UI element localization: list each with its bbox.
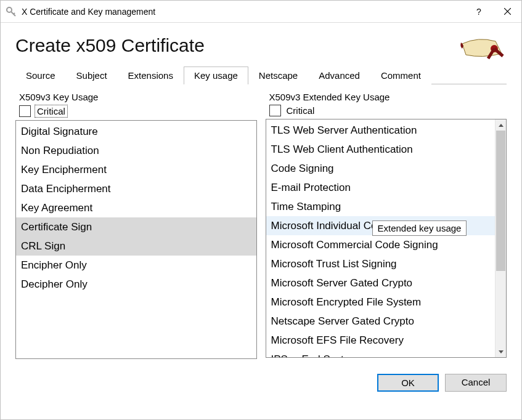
titlebar: X Certificate and Key management ? xyxy=(1,1,521,23)
help-button[interactable]: ? xyxy=(465,1,493,22)
cancel-button[interactable]: Cancel xyxy=(445,374,507,392)
list-item[interactable]: Key Agreement xyxy=(16,198,256,217)
list-item[interactable]: Time Stamping xyxy=(266,197,495,216)
list-item[interactable]: Netscape Server Gated Crypto xyxy=(266,312,495,331)
list-item[interactable]: IPSec End System xyxy=(266,350,495,357)
window-title: X Certificate and Key management xyxy=(22,7,465,17)
scroll-down-icon[interactable] xyxy=(495,346,506,357)
list-item[interactable]: Microsoft EFS File Recovery xyxy=(266,331,495,350)
extended-key-usage-listbox[interactable]: TLS Web Server AuthenticationTLS Web Cli… xyxy=(266,119,507,358)
extended-key-usage-critical-checkbox[interactable] xyxy=(269,105,281,116)
list-item[interactable]: Code Signing xyxy=(266,159,495,178)
list-item[interactable]: Key Encipherment xyxy=(16,160,256,179)
list-item[interactable]: Certificate Sign xyxy=(16,217,256,236)
svg-point-0 xyxy=(7,7,12,12)
list-item[interactable]: Microsoft Trust List Signing xyxy=(266,254,495,273)
ok-button[interactable]: OK xyxy=(377,374,439,392)
app-logo xyxy=(457,35,507,60)
svg-line-2 xyxy=(14,13,15,14)
list-item[interactable]: E-mail Protection xyxy=(266,178,495,197)
extended-key-usage-panel: X509v3 Extended Key Usage Critical TLS W… xyxy=(266,91,507,359)
window-controls: ? xyxy=(465,1,521,22)
tab-key-usage[interactable]: Key usage xyxy=(184,67,248,84)
list-item[interactable]: Microsoft Server Gated Crypto xyxy=(266,273,495,293)
list-item[interactable]: TLS Web Server Authentication xyxy=(266,121,495,140)
tab-source[interactable]: Source xyxy=(15,67,66,84)
key-usage-critical-checkbox[interactable] xyxy=(19,105,31,117)
list-item[interactable]: Non Repudiation xyxy=(16,141,256,160)
list-item[interactable]: Encipher Only xyxy=(16,256,256,275)
tab-bar: SourceSubjectExtensionsKey usageNetscape… xyxy=(15,66,507,84)
scroll-thumb[interactable] xyxy=(496,131,505,271)
list-item[interactable]: CRL Sign xyxy=(16,236,256,256)
key-usage-listbox[interactable]: Digital SignatureNon RepudiationKey Enci… xyxy=(15,120,257,359)
list-item[interactable]: Digital Signature xyxy=(16,122,256,141)
tooltip: Extended key usage xyxy=(372,220,467,236)
page-heading: Create x509 Certificate xyxy=(15,35,205,56)
key-usage-critical-label[interactable]: Critical xyxy=(35,105,68,118)
list-item[interactable]: Data Encipherment xyxy=(16,179,256,198)
list-item[interactable]: Microsoft Commercial Code Signing xyxy=(266,235,495,254)
extended-key-usage-title: X509v3 Extended Key Usage xyxy=(266,91,507,105)
list-item[interactable]: TLS Web Client Authentication xyxy=(266,140,495,159)
app-key-icon xyxy=(6,6,17,17)
key-usage-panel: X509v3 Key Usage Critical Digital Signat… xyxy=(15,91,257,359)
scroll-track[interactable] xyxy=(495,131,506,346)
scroll-up-icon[interactable] xyxy=(495,119,506,131)
tab-subject[interactable]: Subject xyxy=(66,67,118,84)
tab-comment[interactable]: Comment xyxy=(370,67,431,84)
key-usage-title: X509v3 Key Usage xyxy=(15,91,257,105)
scrollbar[interactable] xyxy=(495,119,506,357)
list-item[interactable]: Microsoft Encrypted File System xyxy=(266,293,495,312)
extended-key-usage-critical-label[interactable]: Critical xyxy=(285,105,317,116)
list-item[interactable]: Decipher Only xyxy=(16,275,256,294)
tab-netscape[interactable]: Netscape xyxy=(248,67,308,84)
tab-extensions[interactable]: Extensions xyxy=(118,67,184,84)
close-button[interactable] xyxy=(493,1,521,22)
tab-advanced[interactable]: Advanced xyxy=(308,67,370,84)
